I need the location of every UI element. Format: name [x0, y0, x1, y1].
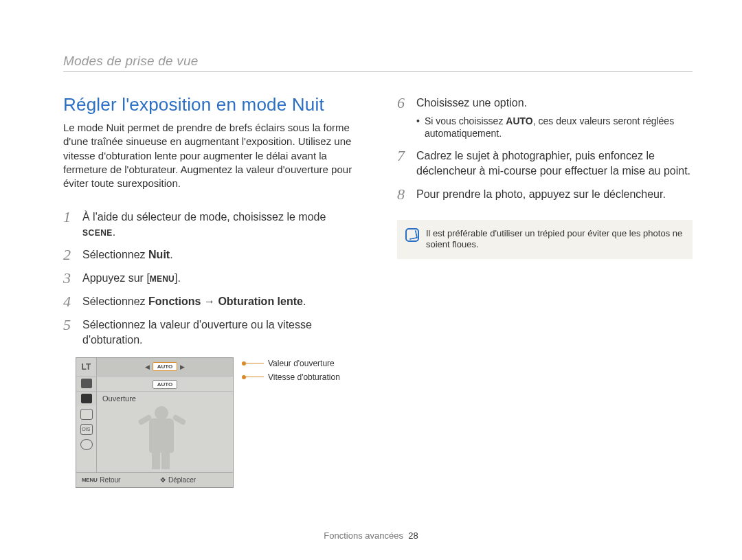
step-text: Sélectionnez Fonctions → Obturation lent…: [82, 293, 306, 309]
step-number: 7: [397, 147, 409, 164]
camera-topbar: LT ◀ AUTO ▶: [76, 358, 233, 376]
footer-retour: MENU Retour: [76, 476, 155, 484]
menu-badge: MENU: [150, 274, 175, 284]
annotation-label: Vitesse d'obturation: [268, 372, 340, 382]
step-3: 3 Appuyez sur [MENU].: [63, 269, 359, 286]
shutter-auto: AUTO: [97, 379, 233, 388]
camera-figure: LT ◀ AUTO ▶ AUTO Ouverture: [76, 357, 359, 488]
ouverture-label: Ouverture: [97, 394, 233, 403]
left-column: Régler l'exposition en mode Nuit Le mode…: [63, 94, 359, 488]
step-8: 8 Pour prendre la photo, appuyez sur le …: [397, 186, 693, 202]
chevron-left-icon: ◀: [145, 363, 150, 370]
header-divider: [63, 71, 693, 72]
step-5: 5 Sélectionnez la valeur d'ouverture ou …: [63, 316, 359, 347]
mode-icon: [81, 379, 92, 388]
row-icon-cell: [76, 377, 97, 391]
annotation-shutter: Vitesse d'obturation: [242, 372, 340, 382]
right-column: 6 Choisissez une option. Si vous choisis…: [397, 94, 693, 488]
nav-diamond-icon: ✥: [160, 476, 166, 484]
steps-list-right: 6 Choisissez une option. Si vous choisis…: [397, 94, 693, 202]
person-silhouette: [138, 405, 186, 471]
note-box: Il est préférable d'utiliser un trépied …: [397, 220, 693, 260]
breadcrumb: Modes de prise de vue: [63, 54, 693, 69]
step-number: 1: [63, 208, 76, 225]
step-1: 1 À l'aide du sélecteur de mode, choisis…: [63, 208, 359, 239]
aperture-icon: [81, 394, 92, 403]
footer-section: Fonctions avancées: [324, 530, 403, 541]
steps-list-left: 1 À l'aide du sélecteur de mode, choisis…: [63, 208, 359, 347]
aperture-selector: ◀ AUTO ▶: [97, 358, 233, 376]
row-icon-cell: [76, 392, 97, 406]
content-columns: Régler l'exposition en mode Nuit Le mode…: [63, 94, 693, 488]
auto-pill: AUTO: [153, 362, 178, 371]
shutter-row: AUTO: [76, 376, 233, 391]
section-title: Régler l'exposition en mode Nuit: [63, 94, 359, 115]
page-header: Modes de prise de vue: [63, 54, 693, 72]
frame-icon: [80, 409, 93, 420]
page-number: 28: [408, 530, 418, 541]
figure-annotations: Valeur d'ouverture Vitesse d'obturation: [242, 357, 340, 382]
leader-line: [242, 377, 264, 377]
step-number: 5: [63, 316, 76, 333]
ouverture-row: Ouverture: [76, 391, 233, 406]
step-6-sub-bullet: Si vous choisissez AUTO, ces deux valeur…: [416, 115, 693, 141]
deplacer-label: Déplacer: [168, 476, 196, 484]
gear-icon: [80, 439, 93, 450]
footer-deplacer: ✥ Déplacer: [155, 476, 233, 484]
step-2: 2 Sélectionnez Nuit.: [63, 246, 359, 262]
dis-icon: DIS: [80, 424, 93, 435]
step-number: 2: [63, 246, 76, 262]
note-text: Il est préférable d'utiliser un trépied …: [426, 228, 683, 251]
step-number: 4: [63, 293, 76, 309]
step-7: 7 Cadrez le sujet à photographier, puis …: [397, 147, 693, 178]
step-text: Appuyez sur [MENU].: [82, 269, 181, 286]
step-text: À l'aide du sélecteur de mode, choisisse…: [82, 208, 359, 239]
menu-mini-icon: MENU: [82, 477, 97, 483]
scene-badge: SCENE: [82, 227, 113, 238]
step-text: Sélectionnez la valeur d'ouverture ou la…: [82, 316, 359, 347]
step-text: Pour prendre la photo, appuyez sur le dé…: [416, 186, 666, 202]
camera-body: DIS: [76, 406, 233, 472]
retour-label: Retour: [100, 476, 120, 484]
chevron-right-icon: ▶: [180, 363, 185, 370]
note-icon: [405, 228, 419, 242]
camera-icon-column: DIS: [76, 406, 97, 472]
step-4: 4 Sélectionnez Fonctions → Obturation le…: [63, 293, 359, 309]
step-number: 6: [397, 94, 409, 111]
leader-line: [242, 363, 264, 363]
annotation-aperture: Valeur d'ouverture: [242, 359, 340, 368]
camera-footer: MENU Retour ✥ Déplacer: [76, 472, 233, 487]
step-number: 8: [397, 186, 409, 202]
page-footer: Fonctions avancées 28: [0, 530, 742, 541]
step-number: 3: [63, 269, 76, 286]
step-text: Cadrez le sujet à photographier, puis en…: [416, 147, 693, 178]
step-text: Choisissez une option. Si vous choisisse…: [416, 94, 693, 140]
annotation-label: Valeur d'ouverture: [268, 359, 335, 368]
camera-screen-illustration: LT ◀ AUTO ▶ AUTO Ouverture: [76, 357, 234, 488]
lt-badge: LT: [76, 358, 97, 376]
intro-paragraph: Le mode Nuit permet de prendre de brefs …: [63, 121, 359, 190]
step-text: Sélectionnez Nuit.: [82, 246, 173, 262]
step-6: 6 Choisissez une option. Si vous choisis…: [397, 94, 693, 140]
